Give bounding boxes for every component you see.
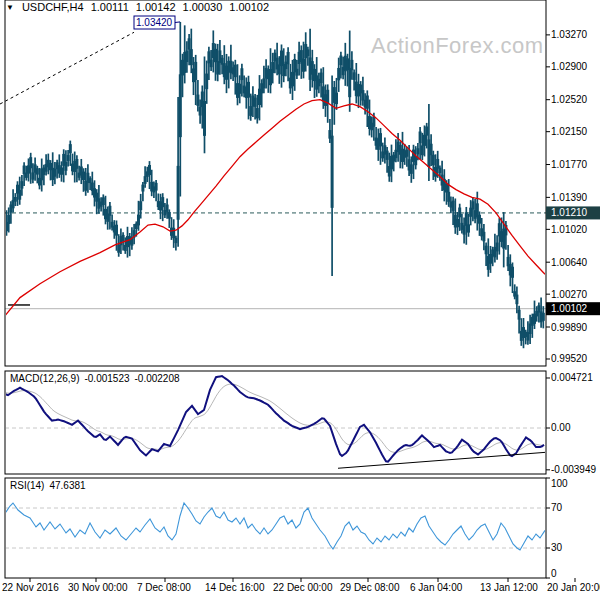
dashed-trendline <box>0 32 134 104</box>
rsi-indicator-label: RSI(14) 47.6381 <box>10 480 86 491</box>
macd-panel-layer <box>0 376 546 468</box>
quote-high: 1.00142 <box>136 1 176 13</box>
svg-text:14 Dec 16:00: 14 Dec 16:00 <box>205 582 265 593</box>
rsi-name: RSI(14) <box>10 480 44 491</box>
date-axis: 22 Nov 201630 Nov 00:007 Dec 08:0014 Dec… <box>2 578 600 593</box>
annotation-connector <box>175 22 180 23</box>
svg-text:1.00640: 1.00640 <box>551 257 588 268</box>
macd-value-main: -0.001523 <box>84 373 129 384</box>
svg-text:1.03270: 1.03270 <box>551 29 588 40</box>
macd-name: MACD(12,26,9) <box>10 373 79 384</box>
svg-text:29 Dec 08:00: 29 Dec 08:00 <box>340 582 400 593</box>
rsi-value: 47.6381 <box>49 480 85 491</box>
red-ma-line <box>0 100 545 322</box>
svg-text:22 Dec 00:00: 22 Dec 00:00 <box>273 582 333 593</box>
price-tag: 1.01210 <box>546 206 600 219</box>
svg-text:1.01210: 1.01210 <box>551 207 588 218</box>
svg-text:1.01770: 1.01770 <box>551 159 588 170</box>
svg-text:1.02900: 1.02900 <box>551 61 588 72</box>
svg-text:13 Jan 12:00: 13 Jan 12:00 <box>480 582 538 593</box>
svg-text:20 Jan 20:00: 20 Jan 20:00 <box>547 582 600 593</box>
svg-text:1.02150: 1.02150 <box>551 126 588 137</box>
macd-trendline <box>338 452 545 468</box>
svg-text:30 Nov 00:00: 30 Nov 00:00 <box>68 582 128 593</box>
macd-value-signal: -0.002208 <box>135 373 180 384</box>
svg-text:-0.003949: -0.003949 <box>551 464 596 475</box>
price-tag: 1.00102 <box>546 302 600 315</box>
svg-text:0.99520: 0.99520 <box>551 353 588 364</box>
svg-text:30: 30 <box>551 542 563 553</box>
svg-text:0.99890: 0.99890 <box>551 322 588 333</box>
rsi-line <box>0 503 545 550</box>
svg-text:0.00: 0.00 <box>551 422 571 433</box>
annotation-text: 1.03420 <box>136 17 173 28</box>
symbol-timeframe: USDCHF,H4 <box>22 1 84 13</box>
svg-text:70: 70 <box>551 502 563 513</box>
rsi-panel-layer <box>0 503 546 550</box>
svg-text:1.02520: 1.02520 <box>551 94 588 105</box>
chart-canvas[interactable]: 1.034201.032701.029001.025201.021501.017… <box>0 0 600 600</box>
macd-main-line <box>0 376 544 462</box>
macd-indicator-label: MACD(12,26,9) -0.001523 -0.002208 <box>10 373 180 384</box>
svg-text:22 Nov 2016: 22 Nov 2016 <box>2 582 59 593</box>
quote-open: 1.00111 <box>91 1 129 13</box>
svg-text:100: 100 <box>551 478 568 489</box>
svg-text:0: 0 <box>551 568 557 579</box>
svg-text:1.01020: 1.01020 <box>551 224 588 235</box>
quote-close: 1.00102 <box>229 1 269 13</box>
svg-text:1.00102: 1.00102 <box>551 303 588 314</box>
chart-title: ▼ USDCHF,H4 1.00111 1.00142 1.00030 1.00… <box>6 1 269 13</box>
quote-low: 1.00030 <box>183 1 223 13</box>
svg-text:7 Dec 08:00: 7 Dec 08:00 <box>137 582 191 593</box>
svg-text:6 Jan 04:00: 6 Jan 04:00 <box>410 582 463 593</box>
high-price-annotation[interactable]: 1.03420 <box>134 16 180 29</box>
svg-text:1.01390: 1.01390 <box>551 192 588 203</box>
symbol-dropdown-icon[interactable]: ▼ <box>6 3 14 12</box>
panel-frames <box>5 0 546 578</box>
mt4-chart-window: { "title": { "arrow": "▼", "symbol": "US… <box>0 0 600 600</box>
svg-text:1.00270: 1.00270 <box>551 289 588 300</box>
svg-text:0.004721: 0.004721 <box>551 372 593 383</box>
macd-signal-line <box>0 384 544 452</box>
candles-layer <box>5 22 545 348</box>
